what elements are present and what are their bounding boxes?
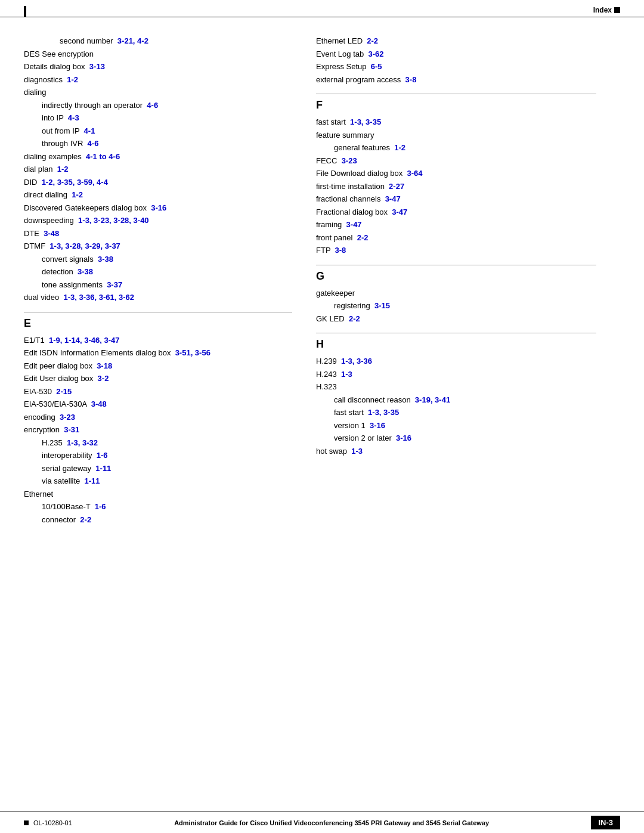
section-letter-g: G [316,270,596,283]
footer-title: Administrator Guide for Cisco Unified Vi… [174,819,489,826]
content-area: second number 3-21, 4-2 DES See encrypti… [0,17,644,527]
entry-eia530a: EIA-530/EIA-530A 3-48 [24,398,292,410]
entry-h323-fast-start: fast start 1-3, 3-35 [316,407,596,419]
entry-h323-call-disconnect: call disconnect reason 3-19, 3-41 [316,394,596,406]
entry-encryption-h235: H.235 1-3, 3-32 [24,437,292,449]
entry-edit-peer: Edit peer dialog box 3-18 [24,360,292,372]
entry-gk-led: GK LED 2-2 [316,313,596,325]
index-label: Index [593,6,612,14]
divider-g [316,265,596,265]
entry-ethernet-connector: connector 2-2 [24,514,292,526]
entry-ethernet-led: Ethernet LED 2-2 [316,35,596,47]
entry-dialing-indirectly: indirectly through an operator 4-6 [24,100,292,112]
entry-express-setup: Express Setup 6-5 [316,61,596,73]
entry-dtmf-convert: convert signals 3-38 [24,253,292,265]
entry-discovered-gatekeepers: Discovered Gatekeepers dialog box 3-16 [24,202,292,214]
entry-fractional-dialog: Fractional dialog box 3-47 [316,206,596,218]
entry-dte: DTE 3-48 [24,228,292,240]
divider-f [316,94,596,94]
entry-h323-v2: version 2 or later 3-16 [316,432,596,444]
entry-event-log: Event Log tab 3-62 [316,48,596,60]
entry-encryption-serial: serial gateway 1-11 [24,463,292,475]
entry-framing: framing 3-47 [316,219,596,231]
entry-direct-dialing: direct dialing 1-2 [24,189,292,201]
entry-h323: H.323 [316,381,596,393]
entry-eia530: EIA-530 2-15 [24,386,292,398]
entry-h323-v1: version 1 3-16 [316,420,596,432]
entry-details-dialog: Details dialog box 3-13 [24,61,292,73]
entry-edit-isdn: Edit ISDN Information Elements dialog bo… [24,347,292,359]
page-number: IN-3 [591,816,620,829]
entry-ftp: FTP 3-8 [316,244,596,256]
entry-gatekeeper-registering: registering 3-15 [316,300,596,312]
entry-dtmf: DTMF 1-3, 3-28, 3-29, 3-37 [24,240,292,252]
entry-h243: H.243 1-3 [316,368,596,380]
header-square [614,7,620,13]
entry-ethernet-10100: 10/100Base-T 1-6 [24,501,292,513]
entry-ethernet: Ethernet [24,488,292,500]
entry-dialing-out-from-ip: out from IP 4-1 [24,125,292,137]
entry-encoding: encoding 3-23 [24,411,292,423]
left-column: second number 3-21, 4-2 DES See encrypti… [24,35,310,527]
entry-diagnostics: diagnostics 1-2 [24,74,292,86]
entry-second-number: second number 3-21, 4-2 [24,35,292,47]
header: Index [0,0,644,17]
divider-h [316,333,596,333]
entry-e1t1: E1/T1 1-9, 1-14, 3-46, 3-47 [24,335,292,346]
entry-fractional-channels: fractional channels 3-47 [316,193,596,205]
entry-feature-summary: feature summary [316,129,596,141]
doc-number: OL-10280-01 [33,819,72,826]
footer: OL-10280-01 Administrator Guide for Cisc… [0,812,644,833]
entry-front-panel: front panel 2-2 [316,232,596,244]
entry-general-features: general features 1-2 [316,142,596,154]
entry-dialing: dialing [24,86,292,98]
entry-external-program: external program access 3-8 [316,74,596,86]
entry-dtmf-detection: detection 3-38 [24,266,292,278]
entry-dual-video: dual video 1-3, 3-36, 3-61, 3-62 [24,292,292,304]
entry-dialing-examples: dialing examples 4-1 to 4-6 [24,151,292,163]
footer-left: OL-10280-01 [24,819,72,826]
entry-edit-user: Edit User dialog box 3-2 [24,373,292,385]
entry-encryption-satellite: via satellite 1-11 [24,475,292,487]
section-letter-h: H [316,338,596,351]
entry-first-time-install: first-time installation 2-27 [316,181,596,193]
entry-gatekeeper: gatekeeper [316,287,596,299]
header-left-bar [24,6,26,17]
section-letter-e: E [24,317,292,330]
entry-des: DES See encryption [24,48,292,60]
entry-encryption: encryption 3-31 [24,424,292,436]
right-column: Ethernet LED 2-2 Event Log tab 3-62 Expr… [310,35,596,527]
entry-encryption-interop: interoperability 1-6 [24,450,292,462]
entry-did: DID 1-2, 3-35, 3-59, 4-4 [24,176,292,188]
entry-dialing-through-ivr: through IVR 4-6 [24,138,292,150]
entry-dtmf-tone: tone assignments 3-37 [24,279,292,291]
entry-dial-plan: dial plan 1-2 [24,163,292,175]
entry-downspeeding: downspeeding 1-3, 3-23, 3-28, 3-40 [24,215,292,227]
entry-file-download: File Download dialog box 3-64 [316,168,596,179]
divider-e [24,312,292,312]
entry-h239: H.239 1-3, 3-36 [316,355,596,367]
entry-fast-start: fast start 1-3, 3-35 [316,116,596,128]
entry-hot-swap: hot swap 1-3 [316,445,596,457]
footer-left-square [24,820,29,825]
page: Index second number 3-21, 4-2 DES See en… [0,0,644,833]
entry-fecc: FECC 3-23 [316,155,596,167]
section-letter-f: F [316,99,596,112]
entry-dialing-into-ip: into IP 4-3 [24,112,292,124]
